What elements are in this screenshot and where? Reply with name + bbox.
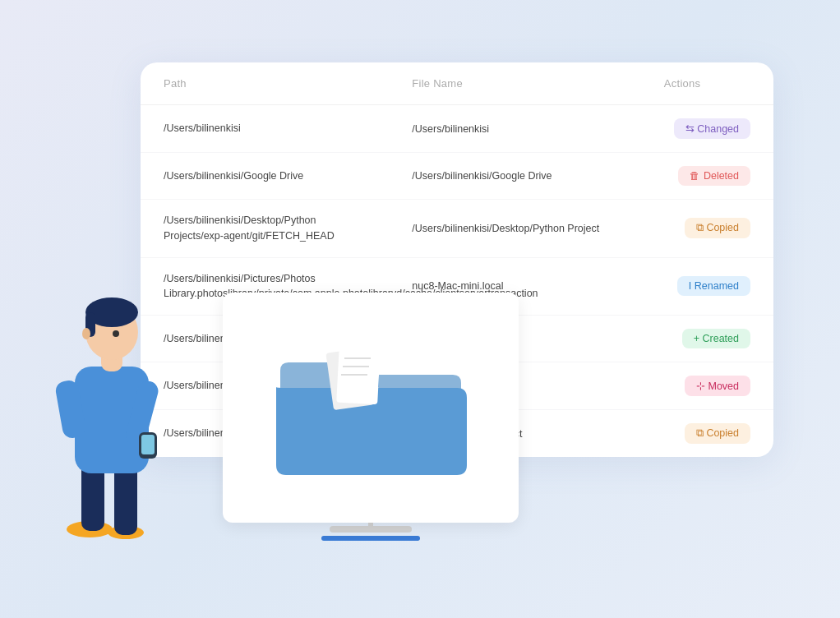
path-cell: /Users/bilinenkisi — [141, 105, 389, 153]
col-filename: File Name — [389, 62, 641, 105]
filename-cell: /Users/bilinenkisi — [389, 105, 641, 153]
badge-copied: ⧉ Copied — [685, 423, 750, 444]
filename-cell: /Users/bilinenkisi/Google Drive — [389, 153, 641, 200]
action-cell: ⇆ Changed — [641, 105, 773, 153]
action-cell: 🗑 Deleted — [641, 153, 773, 200]
table-row: /Users/bilinenkisi/Desktop/Python Projec… — [141, 200, 773, 258]
scene-container: Path File Name Actions /Users/bilinenkis… — [50, 30, 790, 588]
path-cell: /Users/bilinenkisi/Google Drive — [141, 153, 389, 200]
svg-rect-8 — [141, 435, 155, 454]
action-cell: ⊹ Moved — [641, 362, 773, 410]
svg-point-14 — [82, 328, 90, 339]
table-row: /Users/bilinenkisi/Users/bilinenkisi⇆ Ch… — [141, 105, 773, 153]
badge-changed: ⇆ Changed — [674, 118, 750, 139]
person-illustration — [50, 260, 182, 539]
svg-point-13 — [113, 330, 119, 337]
col-actions: Actions — [641, 62, 773, 105]
action-cell: I Renamed — [641, 257, 773, 316]
badge-renamed: I Renamed — [677, 276, 750, 296]
badge-deleted: 🗑 Deleted — [678, 166, 750, 186]
monitor-bar — [321, 536, 420, 541]
action-cell: + Created — [641, 316, 773, 362]
monitor-foot — [330, 526, 412, 533]
badge-copied: ⧉ Copied — [685, 218, 750, 238]
col-path: Path — [141, 62, 389, 105]
action-cell: ⧉ Copied — [641, 200, 773, 258]
action-cell: ⧉ Copied — [641, 410, 773, 458]
filename-cell: /Users/bilinenkisi/Desktop/Python Projec… — [389, 200, 641, 258]
folder-overlay — [223, 293, 519, 523]
badge-created: + Created — [682, 329, 750, 348]
badge-moved: ⊹ Moved — [685, 376, 750, 396]
table-row: /Users/bilinenkisi/Google Drive/Users/bi… — [141, 153, 773, 200]
path-cell: /Users/bilinenkisi/Desktop/Python Projec… — [141, 200, 389, 258]
